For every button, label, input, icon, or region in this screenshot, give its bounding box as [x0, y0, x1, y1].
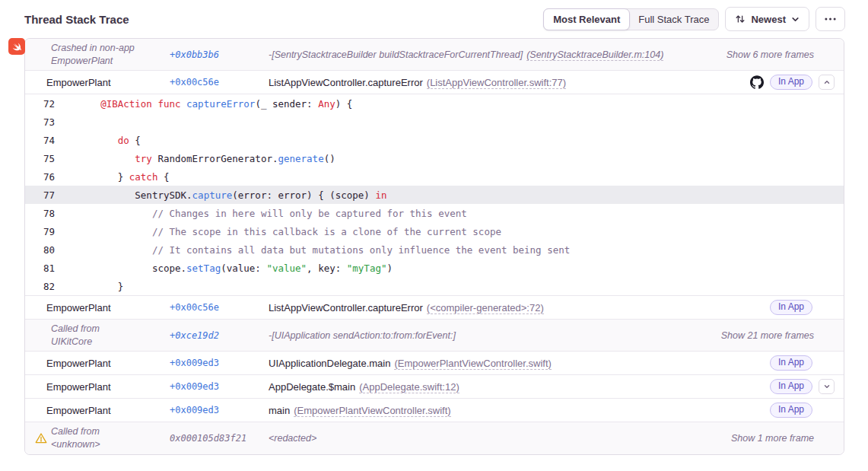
sort-label: Newest [751, 14, 786, 25]
sort-arrows-icon [735, 14, 746, 24]
in-app-badge: In App [770, 75, 812, 90]
code-line-highlighted: 77 SentrySDK.capture(error: error) { (sc… [25, 186, 844, 204]
stack-frame-row[interactable]: EmpowerPlant+0x009ed3UIApplicationDelega… [25, 352, 844, 375]
frame-collapse-button[interactable] [819, 75, 835, 90]
stack-frame-row[interactable]: Called from<unknown>0x000105d83f21<redac… [25, 422, 844, 454]
frame-module: Called fromUIKitCore [46, 323, 170, 348]
frame-function: UIApplicationDelegate.main(EmpowerPlantV… [269, 358, 770, 369]
github-icon[interactable] [750, 75, 764, 89]
stack-frame-row[interactable]: Crashed in non-appEmpowerPlant+0x0bb3b6-… [25, 39, 844, 71]
warning-icon [35, 432, 47, 444]
chevron-down-icon [791, 15, 800, 24]
code-line: 80 // It contains all data but mutations… [25, 240, 844, 259]
code-line: 72 @IBAction func captureError(_ sender:… [25, 94, 844, 113]
code-line: 78 // Changes in here will only be captu… [25, 204, 844, 222]
view-toggle: Most Relevant Full Stack Trace [543, 8, 719, 30]
code-content: try RandomErrorGenerator.generate() [66, 153, 335, 164]
tab-most-relevant[interactable]: Most Relevant [543, 8, 630, 30]
frame-actions: Show 6 more frames [727, 49, 835, 60]
code-content: SentrySDK.capture(error: error) { (scope… [66, 189, 386, 201]
code-line: 73 [25, 113, 844, 131]
code-content: } catch { [66, 171, 170, 183]
in-app-badge: In App [770, 379, 812, 394]
stack-trace-panel: Crashed in non-appEmpowerPlant+0x0bb3b6-… [24, 38, 844, 455]
chevron-down-icon [823, 383, 831, 390]
frame-address: +0x0bb3b6 [170, 49, 269, 60]
stack-frame-row[interactable]: EmpowerPlant+0x00c56eListAppViewControll… [25, 71, 844, 94]
line-number: 75 [25, 153, 66, 164]
frame-source-file: (AppDelegate.swift:12) [359, 381, 459, 393]
frame-actions: Show 1 more frame [731, 433, 835, 444]
show-more-frames-link[interactable]: Show 21 more frames [721, 330, 814, 341]
frame-function: main(EmpowerPlantViewController.swift) [269, 405, 770, 416]
frame-module: EmpowerPlant [46, 405, 170, 416]
toggle-spacer [819, 403, 835, 418]
frame-actions: In App [750, 75, 835, 90]
frame-actions: In App [770, 355, 835, 371]
frame-function: AppDelegate.$main(AppDelegate.swift:12) [269, 381, 770, 393]
in-app-badge: In App [770, 403, 812, 418]
frame-source-file: (SentryStacktraceBuilder.m:104) [526, 49, 663, 61]
code-line: 75 try RandomErrorGenerator.generate() [25, 149, 844, 167]
stack-frame-row[interactable]: Called fromUIKitCore+0xce19d2-[UIApplica… [25, 320, 844, 352]
frame-module: Called from<unknown> [46, 425, 170, 451]
frame-function: -[SentryStacktraceBuilder buildStacktrac… [269, 49, 727, 60]
line-number: 79 [25, 226, 66, 237]
stack-frame-row[interactable]: EmpowerPlant+0x009ed3AppDelegate.$main(A… [25, 375, 844, 399]
frame-function: ListAppViewController.captureError(<comp… [269, 302, 770, 313]
swift-platform-icon [8, 38, 25, 55]
code-content: // The scope in this callback is a clone… [66, 226, 501, 237]
panel-header: Thread Stack Trace Most Relevant Full St… [0, 0, 868, 37]
code-line: 79 // The scope in this callback is a cl… [25, 222, 844, 240]
frame-module: EmpowerPlant [46, 302, 170, 313]
stack-frames: Crashed in non-appEmpowerPlant+0x0bb3b6-… [25, 39, 844, 454]
line-number: 76 [25, 171, 66, 183]
line-number: 72 [25, 98, 66, 110]
sort-newest-button[interactable]: Newest [725, 7, 809, 31]
code-content: // Changes in here will only be captured… [66, 208, 467, 219]
code-content: do { [66, 135, 141, 146]
source-code-block: 72 @IBAction func captureError(_ sender:… [25, 94, 844, 296]
frame-module: EmpowerPlant [46, 381, 170, 393]
tab-full-stack-trace[interactable]: Full Stack Trace [629, 9, 718, 30]
frame-address: 0x000105d83f21 [170, 433, 269, 444]
ellipsis-icon [825, 18, 836, 21]
toggle-spacer [819, 355, 835, 371]
frame-function: <redacted> [269, 433, 731, 444]
in-app-badge: In App [770, 300, 812, 315]
show-more-frames-link[interactable]: Show 6 more frames [727, 49, 814, 60]
frame-function: -[UIApplication sendAction:to:from:forEv… [269, 330, 721, 341]
frame-address: +0x00c56e [170, 302, 269, 313]
stack-frame-row[interactable]: EmpowerPlant+0x009ed3main(EmpowerPlantVi… [25, 399, 844, 422]
in-app-badge: In App [770, 355, 812, 371]
page-title: Thread Stack Trace [24, 13, 129, 26]
frame-expand-button[interactable] [819, 379, 835, 394]
line-number: 81 [25, 263, 66, 274]
frame-actions: In App [770, 379, 835, 394]
code-line: 74 do { [25, 131, 844, 149]
frame-address: +0x009ed3 [170, 405, 269, 415]
toggle-spacer [819, 300, 835, 315]
stack-frame-row[interactable]: EmpowerPlant+0x00c56eListAppViewControll… [25, 296, 844, 320]
code-line: 81 scope.setTag(value: "value", key: "my… [25, 259, 844, 277]
show-more-frames-link[interactable]: Show 1 more frame [731, 433, 814, 444]
code-line: 82 } [25, 277, 844, 295]
code-content: scope.setTag(value: "value", key: "myTag… [66, 263, 393, 274]
code-content: @IBAction func captureError(_ sender: An… [66, 98, 352, 110]
frame-module: EmpowerPlant [46, 77, 170, 88]
frame-module: Crashed in non-appEmpowerPlant [46, 42, 170, 68]
code-content: } [66, 281, 123, 292]
frame-module: EmpowerPlant [46, 358, 170, 369]
frame-address: +0x009ed3 [170, 358, 269, 368]
frame-address: +0x00c56e [170, 77, 269, 88]
more-options-button[interactable] [816, 7, 845, 31]
code-content: // It contains all data but mutations on… [66, 244, 570, 256]
header-controls: Most Relevant Full Stack Trace Newest [543, 7, 845, 31]
frame-actions: In App [770, 403, 835, 418]
line-number: 82 [25, 281, 66, 292]
frame-source-file: (ListAppViewController.swift:77) [427, 77, 566, 89]
frame-source-file: (<compiler-generated>:72) [427, 302, 544, 314]
code-line: 76 } catch { [25, 167, 844, 186]
frame-function: ListAppViewController.captureError(ListA… [269, 77, 750, 88]
frame-address: +0xce19d2 [170, 330, 269, 341]
